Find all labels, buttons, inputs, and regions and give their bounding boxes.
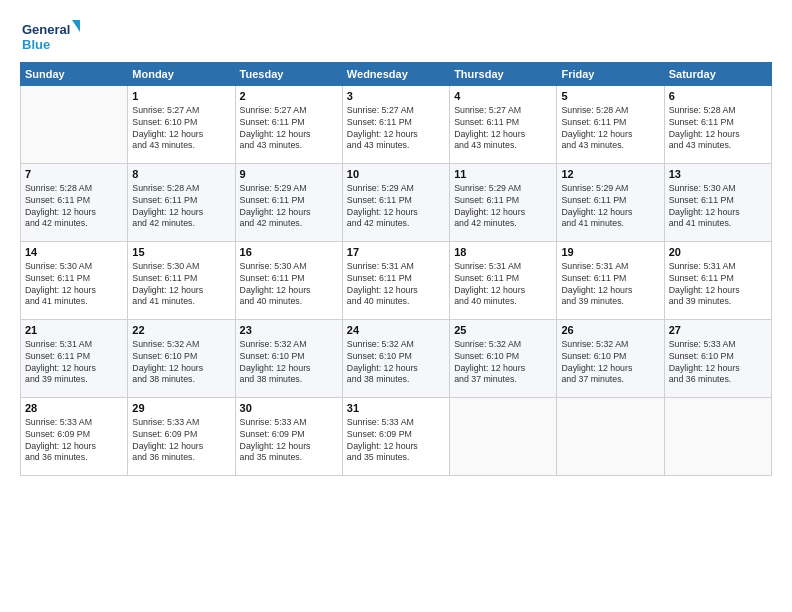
day-info: Sunrise: 5:32 AM Sunset: 6:10 PM Dayligh… xyxy=(347,339,445,387)
day-info: Sunrise: 5:28 AM Sunset: 6:11 PM Dayligh… xyxy=(669,105,767,153)
day-number: 25 xyxy=(454,323,552,338)
weekday-header-saturday: Saturday xyxy=(664,63,771,86)
weekday-header-friday: Friday xyxy=(557,63,664,86)
weekday-header-monday: Monday xyxy=(128,63,235,86)
calendar-table: SundayMondayTuesdayWednesdayThursdayFrid… xyxy=(20,62,772,476)
calendar-cell: 18Sunrise: 5:31 AM Sunset: 6:11 PM Dayli… xyxy=(450,242,557,320)
calendar-cell: 24Sunrise: 5:32 AM Sunset: 6:10 PM Dayli… xyxy=(342,320,449,398)
day-info: Sunrise: 5:28 AM Sunset: 6:11 PM Dayligh… xyxy=(132,183,230,231)
day-info: Sunrise: 5:31 AM Sunset: 6:11 PM Dayligh… xyxy=(669,261,767,309)
calendar-cell: 6Sunrise: 5:28 AM Sunset: 6:11 PM Daylig… xyxy=(664,86,771,164)
calendar-cell: 17Sunrise: 5:31 AM Sunset: 6:11 PM Dayli… xyxy=(342,242,449,320)
calendar-cell: 12Sunrise: 5:29 AM Sunset: 6:11 PM Dayli… xyxy=(557,164,664,242)
day-number: 10 xyxy=(347,167,445,182)
calendar-cell: 8Sunrise: 5:28 AM Sunset: 6:11 PM Daylig… xyxy=(128,164,235,242)
calendar-week-row: 1Sunrise: 5:27 AM Sunset: 6:10 PM Daylig… xyxy=(21,86,772,164)
logo-svg: General Blue xyxy=(20,18,80,56)
day-number: 23 xyxy=(240,323,338,338)
day-number: 14 xyxy=(25,245,123,260)
calendar-cell xyxy=(21,86,128,164)
calendar-cell: 2Sunrise: 5:27 AM Sunset: 6:11 PM Daylig… xyxy=(235,86,342,164)
weekday-header-wednesday: Wednesday xyxy=(342,63,449,86)
day-info: Sunrise: 5:31 AM Sunset: 6:11 PM Dayligh… xyxy=(454,261,552,309)
calendar-cell xyxy=(450,398,557,476)
calendar-cell: 21Sunrise: 5:31 AM Sunset: 6:11 PM Dayli… xyxy=(21,320,128,398)
calendar-cell xyxy=(557,398,664,476)
day-number: 9 xyxy=(240,167,338,182)
day-info: Sunrise: 5:33 AM Sunset: 6:10 PM Dayligh… xyxy=(669,339,767,387)
day-number: 16 xyxy=(240,245,338,260)
calendar-cell: 5Sunrise: 5:28 AM Sunset: 6:11 PM Daylig… xyxy=(557,86,664,164)
calendar-cell: 1Sunrise: 5:27 AM Sunset: 6:10 PM Daylig… xyxy=(128,86,235,164)
header: General Blue xyxy=(20,18,772,56)
calendar-cell: 7Sunrise: 5:28 AM Sunset: 6:11 PM Daylig… xyxy=(21,164,128,242)
day-number: 17 xyxy=(347,245,445,260)
day-info: Sunrise: 5:29 AM Sunset: 6:11 PM Dayligh… xyxy=(561,183,659,231)
calendar-cell: 4Sunrise: 5:27 AM Sunset: 6:11 PM Daylig… xyxy=(450,86,557,164)
day-number: 5 xyxy=(561,89,659,104)
day-number: 6 xyxy=(669,89,767,104)
calendar-cell: 9Sunrise: 5:29 AM Sunset: 6:11 PM Daylig… xyxy=(235,164,342,242)
calendar-cell: 22Sunrise: 5:32 AM Sunset: 6:10 PM Dayli… xyxy=(128,320,235,398)
day-number: 30 xyxy=(240,401,338,416)
calendar-week-row: 21Sunrise: 5:31 AM Sunset: 6:11 PM Dayli… xyxy=(21,320,772,398)
day-number: 28 xyxy=(25,401,123,416)
day-info: Sunrise: 5:29 AM Sunset: 6:11 PM Dayligh… xyxy=(454,183,552,231)
calendar-cell: 26Sunrise: 5:32 AM Sunset: 6:10 PM Dayli… xyxy=(557,320,664,398)
day-number: 3 xyxy=(347,89,445,104)
calendar-cell: 14Sunrise: 5:30 AM Sunset: 6:11 PM Dayli… xyxy=(21,242,128,320)
day-number: 15 xyxy=(132,245,230,260)
day-info: Sunrise: 5:32 AM Sunset: 6:10 PM Dayligh… xyxy=(561,339,659,387)
day-number: 27 xyxy=(669,323,767,338)
day-info: Sunrise: 5:29 AM Sunset: 6:11 PM Dayligh… xyxy=(240,183,338,231)
day-info: Sunrise: 5:31 AM Sunset: 6:11 PM Dayligh… xyxy=(561,261,659,309)
weekday-header-sunday: Sunday xyxy=(21,63,128,86)
day-number: 2 xyxy=(240,89,338,104)
calendar-cell: 30Sunrise: 5:33 AM Sunset: 6:09 PM Dayli… xyxy=(235,398,342,476)
calendar-cell: 27Sunrise: 5:33 AM Sunset: 6:10 PM Dayli… xyxy=(664,320,771,398)
day-info: Sunrise: 5:28 AM Sunset: 6:11 PM Dayligh… xyxy=(561,105,659,153)
calendar-cell: 19Sunrise: 5:31 AM Sunset: 6:11 PM Dayli… xyxy=(557,242,664,320)
day-info: Sunrise: 5:33 AM Sunset: 6:09 PM Dayligh… xyxy=(347,417,445,465)
day-number: 18 xyxy=(454,245,552,260)
weekday-header-thursday: Thursday xyxy=(450,63,557,86)
calendar-cell: 31Sunrise: 5:33 AM Sunset: 6:09 PM Dayli… xyxy=(342,398,449,476)
calendar-cell: 11Sunrise: 5:29 AM Sunset: 6:11 PM Dayli… xyxy=(450,164,557,242)
day-number: 24 xyxy=(347,323,445,338)
day-info: Sunrise: 5:31 AM Sunset: 6:11 PM Dayligh… xyxy=(347,261,445,309)
day-number: 7 xyxy=(25,167,123,182)
svg-text:Blue: Blue xyxy=(22,37,50,52)
day-info: Sunrise: 5:32 AM Sunset: 6:10 PM Dayligh… xyxy=(132,339,230,387)
day-info: Sunrise: 5:30 AM Sunset: 6:11 PM Dayligh… xyxy=(240,261,338,309)
day-info: Sunrise: 5:31 AM Sunset: 6:11 PM Dayligh… xyxy=(25,339,123,387)
calendar-week-row: 7Sunrise: 5:28 AM Sunset: 6:11 PM Daylig… xyxy=(21,164,772,242)
day-info: Sunrise: 5:33 AM Sunset: 6:09 PM Dayligh… xyxy=(240,417,338,465)
day-info: Sunrise: 5:30 AM Sunset: 6:11 PM Dayligh… xyxy=(669,183,767,231)
day-info: Sunrise: 5:27 AM Sunset: 6:11 PM Dayligh… xyxy=(240,105,338,153)
calendar-cell: 28Sunrise: 5:33 AM Sunset: 6:09 PM Dayli… xyxy=(21,398,128,476)
day-number: 11 xyxy=(454,167,552,182)
logo: General Blue xyxy=(20,18,80,56)
day-number: 12 xyxy=(561,167,659,182)
calendar-cell: 16Sunrise: 5:30 AM Sunset: 6:11 PM Dayli… xyxy=(235,242,342,320)
day-number: 26 xyxy=(561,323,659,338)
day-number: 29 xyxy=(132,401,230,416)
day-info: Sunrise: 5:30 AM Sunset: 6:11 PM Dayligh… xyxy=(132,261,230,309)
day-info: Sunrise: 5:30 AM Sunset: 6:11 PM Dayligh… xyxy=(25,261,123,309)
calendar-cell: 20Sunrise: 5:31 AM Sunset: 6:11 PM Dayli… xyxy=(664,242,771,320)
day-number: 19 xyxy=(561,245,659,260)
calendar-week-row: 14Sunrise: 5:30 AM Sunset: 6:11 PM Dayli… xyxy=(21,242,772,320)
day-number: 1 xyxy=(132,89,230,104)
day-number: 8 xyxy=(132,167,230,182)
day-info: Sunrise: 5:32 AM Sunset: 6:10 PM Dayligh… xyxy=(240,339,338,387)
day-number: 4 xyxy=(454,89,552,104)
day-number: 21 xyxy=(25,323,123,338)
day-info: Sunrise: 5:33 AM Sunset: 6:09 PM Dayligh… xyxy=(25,417,123,465)
day-number: 22 xyxy=(132,323,230,338)
day-number: 13 xyxy=(669,167,767,182)
calendar-cell: 25Sunrise: 5:32 AM Sunset: 6:10 PM Dayli… xyxy=(450,320,557,398)
weekday-header-row: SundayMondayTuesdayWednesdayThursdayFrid… xyxy=(21,63,772,86)
day-info: Sunrise: 5:33 AM Sunset: 6:09 PM Dayligh… xyxy=(132,417,230,465)
calendar-cell: 10Sunrise: 5:29 AM Sunset: 6:11 PM Dayli… xyxy=(342,164,449,242)
day-info: Sunrise: 5:28 AM Sunset: 6:11 PM Dayligh… xyxy=(25,183,123,231)
